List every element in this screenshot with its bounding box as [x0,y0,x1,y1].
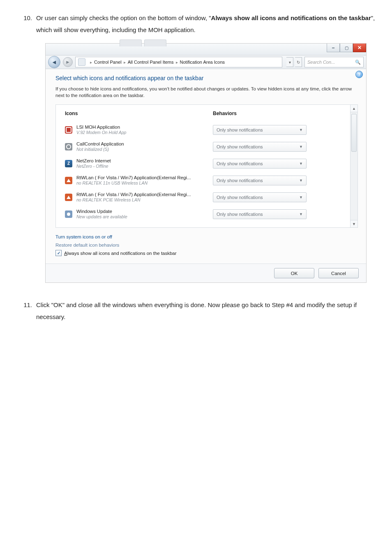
blurred-tabs [120,39,166,46]
row-title: RtWLan ( For Vista / Win7) Application(E… [76,175,213,180]
scroll-thumb[interactable] [351,114,357,152]
chevron-down-icon: ▼ [299,178,303,183]
page-description: If you choose to hide icons and notifica… [55,86,358,99]
row-titles: RtWLan ( For Vista / Win7) Application(E… [76,192,213,202]
list-row: CallControl ApplicationNot initialized (… [63,138,350,155]
list-header: Icons Behaviors [63,109,350,121]
step-11-text: Click "OK" and close all the windows whe… [36,299,376,323]
screenshot-window: ◄ ► ▸ Control Panel ▸ All Control Panel … [45,43,367,283]
close-button[interactable] [353,44,366,52]
breadcrumb-icon [78,58,85,66]
blurred-tab [120,39,142,46]
row-titles: Windows UpdateNew updates are available [76,209,213,219]
search-placeholder: Search Con... [307,60,335,65]
search-icon: 🔍 [355,60,361,65]
breadcrumb-sep: ▸ [176,60,178,65]
ok-button[interactable]: OK [274,268,314,278]
row-title: NetZero Internet [76,158,213,163]
chevron-down-icon: ▼ [299,212,303,216]
row-title: RtWLan ( For Vista / Win7) Application(E… [76,192,213,197]
row-subtitle: Not initialized (S) [76,147,213,152]
list-row: RtWLan ( For Vista / Win7) Application(E… [63,172,350,189]
always-show-label: Always show all icons and notifications … [64,251,177,256]
icon-list: ▲ ▼ Icons Behaviors LSI MOH ApplicationV… [55,104,358,228]
chevron-down-icon: ▼ [299,145,303,149]
behavior-value: Only show notifications [217,161,263,166]
step-10-number: 10. [21,12,36,24]
mnemonic: A [64,251,67,256]
scroll-down-button[interactable]: ▼ [350,220,357,227]
row-titles: NetZero InternetNetZero - Offline [76,158,213,169]
row-titles: CallControl ApplicationNot initialized (… [76,141,213,152]
row-subtitle: NetZero - Offline [76,164,213,169]
breadcrumb[interactable]: ▸ Control Panel ▸ All Control Panel Item… [75,57,282,67]
app-icon [65,194,72,201]
minimize-button[interactable] [327,44,340,52]
page-heading: Select which icons and notifications app… [55,75,358,81]
links-area: Turn system icons on or off Restore defa… [55,234,358,247]
chevron-down-icon: ▼ [299,128,303,132]
nav-forward-button[interactable]: ► [63,57,73,67]
step-11-number: 11. [21,299,36,311]
step-10: 10. Or user can simply checks the option… [21,12,376,36]
always-show-checkbox[interactable]: ✓ [55,250,62,256]
list-row: LSI MOH ApplicationV.92 Modem On Hold Ap… [63,121,350,138]
row-title: LSI MOH Application [76,125,213,130]
behavior-select[interactable]: Only show notifications▼ [213,125,307,135]
list-rows: LSI MOH ApplicationV.92 Modem On Hold Ap… [63,121,350,222]
behavior-value: Only show notifications [217,212,263,217]
behavior-select[interactable]: Only show notifications▼ [213,176,307,185]
maximize-button[interactable] [340,44,353,52]
column-icons: Icons [65,111,213,116]
row-subtitle: V.92 Modem On Hold App [76,130,213,135]
help-button[interactable]: ? [355,71,363,78]
list-row: NetZero InternetNetZero - OfflineOnly sh… [63,155,350,172]
breadcrumb-refresh[interactable]: ↻ [295,57,302,67]
breadcrumb-item[interactable]: Control Panel [94,60,122,65]
behavior-value: Only show notifications [217,178,263,183]
always-show-checkbox-row[interactable]: ✓ Always show all icons and notification… [55,250,358,256]
step-10-text: Or user can simply checks the option on … [36,12,376,36]
behavior-select[interactable]: Only show notifications▼ [213,192,307,202]
behavior-select[interactable]: Only show notifications▼ [213,142,307,152]
app-icon [65,160,72,167]
behavior-value: Only show notifications [217,195,263,200]
nav-back-button[interactable]: ◄ [48,56,60,68]
breadcrumb-sep: ▸ [90,60,92,65]
search-input[interactable]: Search Con... 🔍 [304,57,364,67]
app-icon [65,126,72,134]
breadcrumb-dropdown[interactable]: ▾ [286,57,293,67]
step-10-bold: Always show all icons and notifications … [211,14,371,21]
behavior-select[interactable]: Only show notifications▼ [213,209,307,219]
breadcrumb-item[interactable]: All Control Panel Items [128,60,174,65]
blurred-tab [144,39,166,46]
behavior-value: Only show notifications [217,127,263,132]
app-icon [65,210,72,218]
link-restore-defaults[interactable]: Restore default icon behaviors [55,243,119,247]
title-bar [46,44,366,56]
scrollbar[interactable]: ▲ ▼ [350,105,357,227]
row-subtitle: New updates are available [76,214,213,219]
list-row: RtWLan ( For Vista / Win7) Application(E… [63,189,350,206]
behavior-select[interactable]: Only show notifications▼ [213,159,307,169]
app-icon [65,177,72,184]
step-11: 11. Click "OK" and close all the windows… [21,299,376,323]
row-titles: LSI MOH ApplicationV.92 Modem On Hold Ap… [76,125,213,135]
link-turn-system-icons[interactable]: Turn system icons on or off [55,234,112,239]
behavior-value: Only show notifications [217,144,263,149]
button-bar: OK Cancel [46,264,366,282]
scroll-up-button[interactable]: ▲ [350,105,357,112]
row-title: CallControl Application [76,141,213,146]
breadcrumb-sep: ▸ [124,60,126,65]
chevron-down-icon: ▼ [299,162,303,166]
breadcrumb-controls: ▾ ↻ [286,57,302,67]
step-10-pre: Or user can simply checks the option on … [36,14,211,21]
cancel-button[interactable]: Cancel [318,268,359,278]
row-subtitle: no REALTEK PCIE Wireless LAN [76,197,213,202]
row-title: Windows Update [76,209,213,214]
content-area: Select which icons and notifications app… [46,69,366,264]
chevron-down-icon: ▼ [299,195,303,199]
column-behaviors: Behaviors [213,111,350,116]
list-row: Windows UpdateNew updates are availableO… [63,206,350,222]
breadcrumb-item[interactable]: Notification Area Icons [180,60,225,65]
